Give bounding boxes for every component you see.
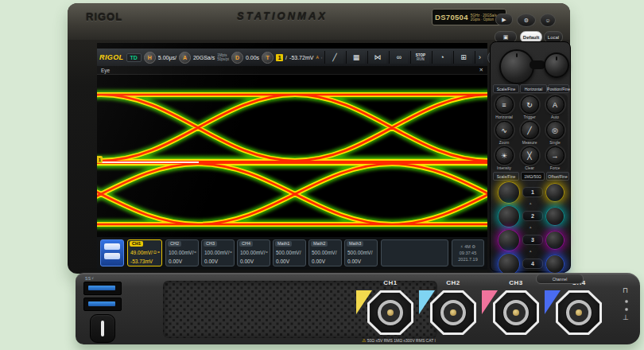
button-label: Zoom [492, 141, 516, 145]
math1-status-box[interactable]: Math1 500.00mV/ 0.00V [273, 239, 306, 266]
button-label: Single [543, 141, 567, 145]
search-button[interactable]: ∞ [389, 51, 408, 64]
clear-button[interactable]: ╳ [521, 146, 539, 165]
cursors-button[interactable]: ▦ [346, 51, 365, 64]
channel3-status-box[interactable]: CH3 100.00mV/ = 0.00V [201, 239, 235, 266]
ch1-select-button[interactable]: 1 [522, 187, 543, 197]
ch2-offset-knob[interactable] [545, 207, 564, 226]
samplerate-value[interactable]: 20GSa/s [193, 55, 215, 60]
math-scale: 500.00mV/ [276, 250, 301, 255]
model-number: DS70504 [435, 13, 468, 21]
settings-button[interactable]: ⚙ [517, 14, 536, 27]
auto-button[interactable]: A [546, 95, 564, 114]
horizontal-scale-knob[interactable] [499, 49, 534, 84]
channel-scale: 49.00mV/ [130, 250, 153, 255]
intensity-icon: ☀ [501, 152, 507, 160]
message-area [381, 239, 448, 266]
trigger-level-value[interactable]: -53.72mV [289, 55, 313, 60]
math-tab: Math2 [311, 241, 328, 247]
ch3-bnc-connector [493, 290, 539, 335]
math-offset: 0.00V [347, 259, 361, 264]
zoom-button[interactable]: ∿ [495, 121, 514, 139]
horizontal-knob-icon[interactable]: H [144, 52, 156, 64]
impedance-display[interactable]: 1MΩ/50Ω [521, 172, 545, 181]
ch-divider-mark: ▴ [530, 200, 532, 205]
mode-badge[interactable]: TD [126, 53, 142, 62]
math-offset: 0.00V [312, 259, 325, 264]
warning-text: 50Ω ≤5V RMS 1MΩ ≤300V RMS CAT I [367, 338, 436, 343]
ch2-bnc-connector [430, 290, 476, 335]
delay-knob-icon[interactable]: D [231, 52, 243, 64]
measure-button[interactable]: ╱ [324, 51, 343, 64]
more-button[interactable]: › [475, 51, 483, 64]
vertical-scale-label: Scale/Fine [493, 172, 519, 181]
channel-tab: CH4 [239, 241, 253, 247]
knob-divider [530, 60, 545, 69]
warning-icon: ⚠ [362, 338, 366, 343]
channel-offset: 0.00V [169, 259, 182, 264]
ch1-scale-knob[interactable] [498, 181, 520, 204]
impedance-icon: Ω = [153, 250, 160, 255]
force-button[interactable]: → [546, 146, 564, 165]
xy-button[interactable]: ⋈ [367, 51, 386, 64]
single-button[interactable]: ◎ [546, 121, 564, 139]
channel-section-button[interactable]: Channel [536, 274, 584, 284]
channel4-status-box[interactable]: CH4 100.00mV/ = 0.00V [237, 239, 270, 266]
window-title: Eye [101, 68, 110, 73]
collapse-chevron-icon[interactable]: ‹ [321, 55, 323, 60]
channel-offset: 0.00V [204, 259, 218, 264]
horizontal-button[interactable]: ≡ [495, 95, 514, 114]
stop-run-button[interactable]: STOP RUN [410, 51, 429, 64]
trigger-button[interactable]: ↻ [521, 95, 539, 114]
ch3-offset-knob[interactable] [545, 231, 564, 250]
eye-app-icon[interactable] [100, 239, 124, 266]
power-icon [101, 321, 104, 336]
acquire-knob-icon[interactable]: A [179, 52, 191, 64]
channel-scale: 100.00mV/ [169, 250, 193, 255]
power-button[interactable] [90, 314, 115, 343]
ch3-scale-knob[interactable] [498, 229, 520, 251]
history-button[interactable]: ◔ [432, 51, 451, 64]
display: RIGOL TD H 5.00μs/ A 20GSa/s 1Mpts50ps/p… [97, 43, 487, 270]
channel2-status-box[interactable]: CH2 100.00mV/ = 0.00V [165, 239, 199, 266]
badge-spec-line2: 2Gpts · Option [471, 18, 497, 21]
system-status-icons: ⚡ 4M ⚙ [452, 243, 483, 250]
math-tab: Math3 [347, 241, 363, 247]
ch2-scale-knob[interactable] [498, 205, 520, 228]
ch4-select-button[interactable]: 4 [522, 259, 543, 269]
apps-icon: ⊞ [460, 53, 467, 61]
channel-offset: 0.00V [240, 259, 254, 264]
intensity-button[interactable]: ☀ [495, 146, 514, 165]
math3-status-box[interactable]: Math3 500.00mV/ 0.00V [344, 239, 378, 266]
ch2-connector-label: CH2 [430, 279, 476, 286]
timebase-value[interactable]: 5.00μs/ [158, 55, 177, 60]
channel1-status-box[interactable]: CH1 49.00mV/ Ω = -53.73mV [127, 239, 162, 266]
ch4-offset-knob[interactable] [545, 255, 564, 274]
math2-status-box[interactable]: Math2 500.00mV/ 0.00V [308, 239, 342, 266]
ch1-offset-knob[interactable] [545, 183, 564, 202]
ch3-select-button[interactable]: 3 [522, 235, 543, 245]
channel-tab: CH3 [204, 241, 217, 247]
usb-port-2 [83, 298, 122, 311]
button-label: Measure [518, 141, 541, 145]
ch-divider-mark: ▴ [530, 248, 532, 253]
ch4-scale-knob[interactable] [498, 253, 520, 275]
measure-button-panel[interactable]: ╱ [521, 121, 539, 139]
impedance-icon: = [230, 250, 232, 255]
brand-logo: RIGOL [86, 11, 122, 23]
trigger-knob-icon[interactable]: T [262, 52, 274, 64]
probe-comp-terminal [625, 300, 628, 303]
delay-value[interactable]: 0.00s [246, 55, 259, 60]
ch2-select-button[interactable]: 2 [522, 211, 543, 221]
math-tab: Math1 [275, 241, 292, 247]
force-icon: → [552, 152, 559, 160]
user-button[interactable]: ☺ [540, 14, 556, 27]
trigger-mode-flag: A [316, 55, 318, 60]
run-control-button[interactable]: ▶ [495, 14, 513, 25]
horizontal-position-knob[interactable] [544, 52, 569, 78]
trigger-source-badge[interactable]: 1 [276, 54, 283, 61]
apps-button[interactable]: ⊞ [453, 51, 472, 64]
button-label: Clear [518, 166, 541, 170]
datetime-box: ⚡ 4M ⚙ 09:37:45 2021.7.19 [452, 239, 484, 266]
close-icon[interactable]: ✕ [479, 67, 483, 73]
